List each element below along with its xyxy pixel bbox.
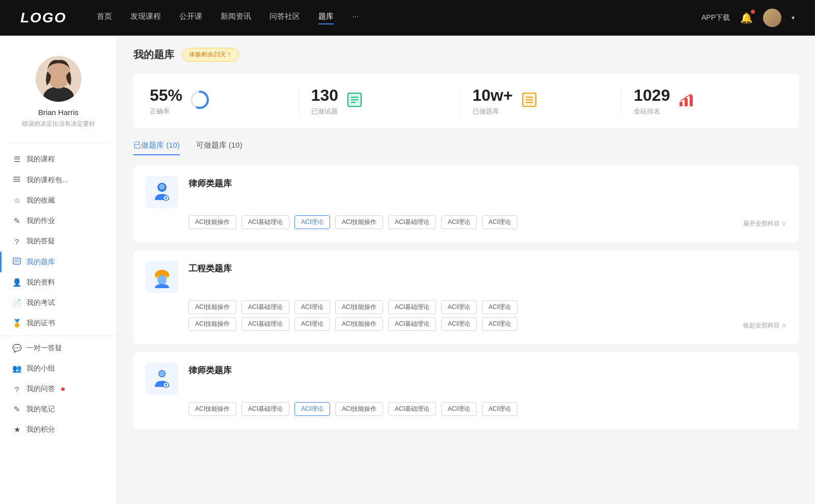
notification-badge [751,10,755,14]
qbank-icon-wrap [146,261,178,293]
profile-icon: 👤 [12,278,21,287]
sidebar-item-label: 我的题库 [26,258,55,267]
sidebar-item-my-profile[interactable]: 👤 我的资料 [0,272,117,293]
tag[interactable]: ACI基础理论 [388,402,436,416]
svg-rect-5 [13,181,20,182]
tag[interactable]: ACI理论 [441,300,477,314]
bell-icon: 🔔 [740,12,753,23]
tag[interactable]: ACI技能操作 [188,402,236,416]
tag[interactable]: ACI理论 [482,300,518,314]
tag[interactable]: ACI理论 [441,215,477,229]
sidebar-item-my-certificate[interactable]: 🏅 我的证书 [0,313,117,333]
avatar[interactable] [763,9,781,27]
sidebar-item-my-points[interactable]: ★ 我的积分 [0,419,117,440]
nav-question-bank[interactable]: 题库 [318,12,334,24]
sidebar-item-my-question-bank[interactable]: 我的题库 [0,251,117,272]
tag[interactable]: ACI理论 [294,300,330,314]
tag[interactable]: ACI理论 [441,317,477,331]
question-bank-icon [12,257,21,267]
navbar: LOGO 首页 发现课程 公开课 新闻资讯 问答社区 题库 ··· APP下载 … [0,0,815,36]
sidebar-item-label: 我的考试 [26,298,55,307]
sidebar-item-my-homework[interactable]: ✎ 我的作业 [0,211,117,231]
sidebar-item-my-courses[interactable]: ☰ 我的课程 [0,149,117,170]
stat-rank: 1029 全站排名 [621,86,782,116]
qbank-tags: ACI技能操作 ACI基础理论 ACI理论 ACI技能操作 ACI基础理论 AC… [146,402,786,416]
nav-home[interactable]: 首页 [97,12,112,24]
tag[interactable]: ACI技能操作 [335,317,383,331]
tag[interactable]: ACI理论 [482,317,518,331]
expand-link-1[interactable]: 展开全部科目 ∨ [743,216,786,228]
tag[interactable]: ACI技能操作 [188,300,236,314]
stat-done-banks: 10w+ 已做题库 [460,86,622,116]
sidebar-item-my-course-package[interactable]: 我的课程包... [0,170,117,190]
tag[interactable]: ACI技能操作 [188,215,236,229]
stat-info: 1029 全站排名 [634,86,670,116]
sidebar-item-my-group[interactable]: 👥 我的小组 [0,358,117,379]
lawyer-icon [151,181,173,203]
tag[interactable]: ACI技能操作 [188,317,236,331]
profile-motto: 错误的决定比没有决定要好 [22,120,95,128]
sidebar-item-my-notes[interactable]: ✎ 我的笔记 [0,399,117,419]
nav-qa[interactable]: 问答社区 [269,12,300,24]
trial-badge: 体验剩余23天！ [182,48,239,62]
stat-label: 已做题库 [473,107,513,116]
certificate-icon: 🏅 [12,319,21,328]
svg-point-33 [159,371,165,377]
tag-active[interactable]: ACI理论 [294,215,330,229]
sidebar-item-label: 我的证书 [26,319,55,328]
stat-value: 10w+ [473,86,513,105]
nav-discover[interactable]: 发现课程 [130,12,161,24]
tag[interactable]: ACI基础理论 [241,215,289,229]
tag[interactable]: ACI技能操作 [335,300,383,314]
app-download-button[interactable]: APP下载 [701,13,730,22]
stats-card: 55% 正确率 130 已做试题 [133,74,799,128]
tag[interactable]: ACI基础理论 [241,317,289,331]
sidebar-item-my-exam[interactable]: 📄 我的考试 [0,293,117,313]
nav-more[interactable]: ··· [352,12,359,24]
stat-info: 130 已做试题 [311,86,338,116]
tag-active[interactable]: ACI理论 [294,402,330,416]
tag[interactable]: ACI技能操作 [335,402,383,416]
tag[interactable]: ACI基础理论 [388,317,436,331]
tag[interactable]: ACI基础理论 [241,300,289,314]
engineer-icon [151,266,173,288]
tag[interactable]: ACI理论 [441,402,477,416]
notification-bell[interactable]: 🔔 [740,12,753,24]
avatar-dropdown-arrow[interactable]: ▾ [792,14,795,21]
sidebar-item-my-favorites[interactable]: ☆ 我的收藏 [0,190,117,211]
svg-rect-23 [690,95,693,106]
collapse-link[interactable]: 收起全部科目 ∧ [743,318,786,330]
svg-point-31 [157,275,167,285]
sidebar-item-one-on-one[interactable]: 💬 一对一答疑 [0,338,117,358]
tag[interactable]: ACI理论 [294,317,330,331]
avatar-image [763,9,781,27]
stat-value: 130 [311,86,338,105]
tag[interactable]: ACI理论 [482,402,518,416]
course-package-icon [12,175,21,185]
nav-open-course[interactable]: 公开课 [179,12,202,24]
stat-label: 已做试题 [311,107,338,116]
sidebar-item-my-qa[interactable]: ? 我的答疑 [0,231,117,251]
tag[interactable]: ACI技能操作 [335,215,383,229]
sidebar-item-label: 我的小组 [26,364,55,373]
group-icon: 👥 [12,364,21,373]
sidebar-item-label: 我的作业 [26,216,55,226]
tab-available-banks[interactable]: 可做题库 (10) [196,141,242,155]
qbank-icon-wrap [146,362,178,395]
qbank-title: 工程类题库 [188,263,232,274]
sidebar-item-my-questions[interactable]: ? 我的问答 [0,379,117,399]
page-title: 我的题库 [133,48,174,62]
tag[interactable]: ACI基础理论 [241,402,289,416]
notes-icon: ✎ [12,405,21,414]
logo[interactable]: LOGO [20,10,66,26]
stat-banks-icon [521,92,537,111]
nav-news[interactable]: 新闻资讯 [221,12,251,24]
sidebar-item-label: 我的课程 [26,155,55,164]
tag[interactable]: ACI基础理论 [388,300,436,314]
tag[interactable]: ACI基础理论 [388,215,436,229]
points-icon: ★ [12,425,21,434]
sidebar-item-label: 我的积分 [26,425,55,434]
tag[interactable]: ACI理论 [482,215,518,229]
qbank-card-engineer: 工程类题库 ACI技能操作 ACI基础理论 ACI理论 ACI技能操作 ACI基… [133,250,799,344]
tab-done-banks[interactable]: 已做题库 (10) [133,141,180,155]
